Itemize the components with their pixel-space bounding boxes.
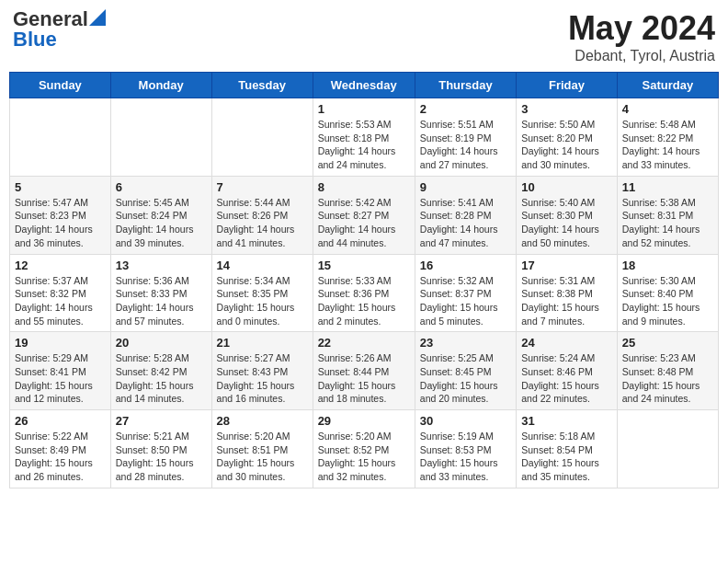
logo-blue-text: Blue bbox=[13, 29, 57, 50]
calendar-cell: 26Sunrise: 5:22 AM Sunset: 8:49 PM Dayli… bbox=[10, 410, 111, 488]
day-number: 6 bbox=[116, 180, 207, 194]
day-info: Sunrise: 5:38 AM Sunset: 8:31 PM Dayligh… bbox=[622, 196, 713, 250]
day-of-week-header: Saturday bbox=[617, 73, 718, 98]
logo-general-text: General bbox=[13, 9, 88, 29]
day-info: Sunrise: 5:31 AM Sunset: 8:38 PM Dayligh… bbox=[521, 274, 612, 328]
day-number: 28 bbox=[217, 414, 308, 428]
calendar-cell: 28Sunrise: 5:20 AM Sunset: 8:51 PM Dayli… bbox=[211, 410, 313, 488]
day-info: Sunrise: 5:28 AM Sunset: 8:42 PM Dayligh… bbox=[116, 351, 207, 406]
calendar-cell: 22Sunrise: 5:26 AM Sunset: 8:44 PM Dayli… bbox=[313, 332, 415, 410]
day-of-week-header: Sunday bbox=[10, 73, 111, 98]
day-info: Sunrise: 5:34 AM Sunset: 8:35 PM Dayligh… bbox=[217, 274, 308, 328]
day-number: 12 bbox=[15, 259, 106, 272]
day-info: Sunrise: 5:18 AM Sunset: 8:54 PM Dayligh… bbox=[521, 430, 612, 484]
day-info: Sunrise: 5:21 AM Sunset: 8:50 PM Dayligh… bbox=[116, 430, 207, 484]
calendar-cell: 2Sunrise: 5:51 AM Sunset: 8:19 PM Daylig… bbox=[415, 98, 516, 177]
day-info: Sunrise: 5:47 AM Sunset: 8:23 PM Dayligh… bbox=[15, 196, 106, 250]
day-info: Sunrise: 5:50 AM Sunset: 8:20 PM Dayligh… bbox=[521, 118, 612, 172]
day-number: 10 bbox=[521, 180, 612, 194]
month-title: May 2024 bbox=[568, 9, 715, 48]
day-info: Sunrise: 5:29 AM Sunset: 8:41 PM Dayligh… bbox=[15, 351, 106, 406]
day-of-week-header: Friday bbox=[517, 73, 618, 98]
day-info: Sunrise: 5:30 AM Sunset: 8:40 PM Dayligh… bbox=[622, 274, 713, 328]
calendar-cell: 5Sunrise: 5:47 AM Sunset: 8:23 PM Daylig… bbox=[10, 176, 111, 254]
calendar-cell: 29Sunrise: 5:20 AM Sunset: 8:52 PM Dayli… bbox=[313, 410, 415, 488]
day-info: Sunrise: 5:24 AM Sunset: 8:46 PM Dayligh… bbox=[521, 351, 612, 406]
day-number: 19 bbox=[15, 336, 106, 350]
day-info: Sunrise: 5:40 AM Sunset: 8:30 PM Dayligh… bbox=[521, 196, 612, 250]
day-of-week-header: Tuesday bbox=[211, 73, 313, 98]
day-number: 16 bbox=[420, 259, 511, 272]
calendar-cell: 20Sunrise: 5:28 AM Sunset: 8:42 PM Dayli… bbox=[110, 332, 211, 410]
calendar-cell: 25Sunrise: 5:23 AM Sunset: 8:48 PM Dayli… bbox=[617, 332, 718, 410]
day-info: Sunrise: 5:33 AM Sunset: 8:36 PM Dayligh… bbox=[318, 274, 410, 328]
calendar-cell: 18Sunrise: 5:30 AM Sunset: 8:40 PM Dayli… bbox=[617, 254, 718, 332]
day-info: Sunrise: 5:36 AM Sunset: 8:33 PM Dayligh… bbox=[116, 274, 207, 328]
day-info: Sunrise: 5:42 AM Sunset: 8:27 PM Dayligh… bbox=[318, 196, 410, 250]
calendar-cell bbox=[10, 98, 111, 177]
day-number: 22 bbox=[318, 336, 410, 350]
calendar-cell bbox=[617, 410, 718, 488]
day-info: Sunrise: 5:37 AM Sunset: 8:32 PM Dayligh… bbox=[15, 274, 106, 328]
day-number: 26 bbox=[15, 414, 106, 428]
calendar-cell: 16Sunrise: 5:32 AM Sunset: 8:37 PM Dayli… bbox=[415, 254, 516, 332]
calendar-header-row: SundayMondayTuesdayWednesdayThursdayFrid… bbox=[10, 73, 719, 98]
day-number: 11 bbox=[622, 180, 713, 194]
calendar-cell: 11Sunrise: 5:38 AM Sunset: 8:31 PM Dayli… bbox=[617, 176, 718, 254]
calendar-cell: 13Sunrise: 5:36 AM Sunset: 8:33 PM Dayli… bbox=[110, 254, 211, 332]
day-info: Sunrise: 5:41 AM Sunset: 8:28 PM Dayligh… bbox=[420, 196, 511, 250]
day-number: 14 bbox=[217, 259, 308, 272]
day-number: 20 bbox=[116, 336, 207, 350]
calendar-cell: 31Sunrise: 5:18 AM Sunset: 8:54 PM Dayli… bbox=[517, 410, 618, 488]
day-number: 29 bbox=[318, 414, 410, 428]
day-number: 18 bbox=[622, 259, 713, 272]
day-info: Sunrise: 5:22 AM Sunset: 8:49 PM Dayligh… bbox=[15, 430, 106, 484]
calendar-week-row: 5Sunrise: 5:47 AM Sunset: 8:23 PM Daylig… bbox=[10, 176, 719, 254]
day-number: 4 bbox=[622, 102, 713, 116]
day-of-week-header: Thursday bbox=[415, 73, 516, 98]
day-of-week-header: Monday bbox=[110, 73, 211, 98]
calendar-cell: 24Sunrise: 5:24 AM Sunset: 8:46 PM Dayli… bbox=[517, 332, 618, 410]
day-info: Sunrise: 5:23 AM Sunset: 8:48 PM Dayligh… bbox=[622, 351, 713, 406]
day-number: 13 bbox=[116, 259, 207, 272]
day-info: Sunrise: 5:20 AM Sunset: 8:52 PM Dayligh… bbox=[318, 430, 410, 484]
calendar-cell: 30Sunrise: 5:19 AM Sunset: 8:53 PM Dayli… bbox=[415, 410, 516, 488]
day-info: Sunrise: 5:48 AM Sunset: 8:22 PM Dayligh… bbox=[622, 118, 713, 172]
calendar-cell: 1Sunrise: 5:53 AM Sunset: 8:18 PM Daylig… bbox=[313, 98, 415, 177]
day-number: 8 bbox=[318, 180, 410, 194]
day-number: 21 bbox=[217, 336, 308, 350]
day-number: 17 bbox=[521, 259, 612, 272]
day-number: 15 bbox=[318, 259, 410, 272]
calendar-cell: 27Sunrise: 5:21 AM Sunset: 8:50 PM Dayli… bbox=[110, 410, 211, 488]
calendar-week-row: 19Sunrise: 5:29 AM Sunset: 8:41 PM Dayli… bbox=[10, 332, 719, 410]
day-info: Sunrise: 5:32 AM Sunset: 8:37 PM Dayligh… bbox=[420, 274, 511, 328]
day-number: 1 bbox=[318, 102, 410, 116]
logo: General Blue bbox=[13, 9, 106, 50]
calendar-week-row: 26Sunrise: 5:22 AM Sunset: 8:49 PM Dayli… bbox=[10, 410, 719, 488]
day-number: 25 bbox=[622, 336, 713, 350]
calendar-cell: 14Sunrise: 5:34 AM Sunset: 8:35 PM Dayli… bbox=[211, 254, 313, 332]
title-area: May 2024 Debant, Tyrol, Austria bbox=[568, 9, 715, 64]
calendar-cell: 19Sunrise: 5:29 AM Sunset: 8:41 PM Dayli… bbox=[10, 332, 111, 410]
day-of-week-header: Wednesday bbox=[313, 73, 415, 98]
day-number: 30 bbox=[420, 414, 511, 428]
calendar-cell bbox=[211, 98, 313, 177]
day-number: 24 bbox=[521, 336, 612, 350]
day-number: 27 bbox=[116, 414, 207, 428]
logo-triangle-icon bbox=[89, 9, 106, 26]
day-info: Sunrise: 5:27 AM Sunset: 8:43 PM Dayligh… bbox=[217, 351, 308, 406]
calendar-cell: 15Sunrise: 5:33 AM Sunset: 8:36 PM Dayli… bbox=[313, 254, 415, 332]
calendar-cell: 4Sunrise: 5:48 AM Sunset: 8:22 PM Daylig… bbox=[617, 98, 718, 177]
day-number: 5 bbox=[15, 180, 106, 194]
day-info: Sunrise: 5:44 AM Sunset: 8:26 PM Dayligh… bbox=[217, 196, 308, 250]
day-info: Sunrise: 5:26 AM Sunset: 8:44 PM Dayligh… bbox=[318, 351, 410, 406]
day-info: Sunrise: 5:45 AM Sunset: 8:24 PM Dayligh… bbox=[116, 196, 207, 250]
calendar-cell: 21Sunrise: 5:27 AM Sunset: 8:43 PM Dayli… bbox=[211, 332, 313, 410]
calendar-cell: 7Sunrise: 5:44 AM Sunset: 8:26 PM Daylig… bbox=[211, 176, 313, 254]
page-header: General Blue May 2024 Debant, Tyrol, Aus… bbox=[9, 9, 719, 64]
calendar-week-row: 1Sunrise: 5:53 AM Sunset: 8:18 PM Daylig… bbox=[10, 98, 719, 177]
calendar-cell: 23Sunrise: 5:25 AM Sunset: 8:45 PM Dayli… bbox=[415, 332, 516, 410]
calendar-cell: 17Sunrise: 5:31 AM Sunset: 8:38 PM Dayli… bbox=[517, 254, 618, 332]
svg-marker-0 bbox=[89, 9, 106, 26]
calendar-table: SundayMondayTuesdayWednesdayThursdayFrid… bbox=[9, 72, 719, 488]
